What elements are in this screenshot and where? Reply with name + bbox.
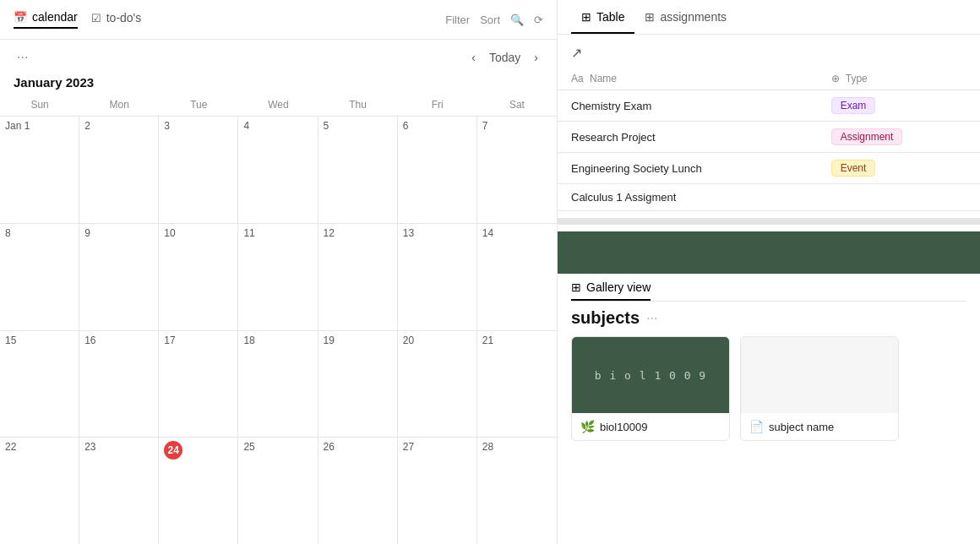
assignments-table: Aa Name ⊕ Type Chemistry Exam Exam Resea…: [558, 68, 980, 211]
gallery-card[interactable]: b i o l 1 0 0 9 🌿 biol10009: [571, 336, 730, 441]
gallery-view-tab[interactable]: ⊞ Gallery view: [571, 274, 651, 301]
cal-weeks: Jan 1 2 3 4 5 6 7 8 9 10 11 12 13 14 15: [0, 117, 557, 544]
tab-assignments-label: assignments: [660, 10, 727, 24]
row-name: Research Project: [558, 122, 818, 153]
calendar-grid: Sun Mon Tue Wed Thu Fri Sat Jan 1 2 3 4 …: [0, 94, 557, 544]
week-4: 22 23 24 25 26 27 28: [0, 438, 557, 544]
cal-day[interactable]: 17: [159, 331, 238, 438]
day-header-mon: Mon: [79, 94, 159, 116]
dots-menu[interactable]: ···: [14, 46, 31, 68]
week-2: 8 9 10 11 12 13 14: [0, 224, 557, 331]
subjects-title: subjects: [571, 308, 640, 328]
calendar-header: ··· ‹ Today ›: [0, 40, 557, 75]
tab-table[interactable]: ⊞ Table: [571, 0, 634, 34]
cal-day[interactable]: 23: [79, 438, 159, 544]
col-type-header[interactable]: ⊕ Type: [818, 68, 980, 90]
month-year-text: January 2023: [14, 75, 94, 90]
col-type-label: Type: [846, 73, 868, 84]
today-button[interactable]: Today: [484, 47, 525, 68]
cal-day[interactable]: 10: [159, 224, 238, 330]
cal-day[interactable]: 2: [79, 117, 159, 223]
card-image: b i o l 1 0 0 9: [572, 337, 729, 413]
tab-assignments[interactable]: ⊞ assignments: [634, 0, 737, 34]
day-header-sat: Sat: [477, 94, 557, 116]
cal-day[interactable]: 21: [477, 331, 557, 438]
cal-day[interactable]: 27: [398, 438, 477, 544]
cal-day[interactable]: 9: [79, 224, 159, 330]
day-headers: Sun Mon Tue Wed Thu Fri Sat: [0, 94, 557, 117]
cal-day[interactable]: 13: [398, 224, 477, 330]
month-year-label: January 2023: [0, 75, 557, 94]
left-panel: 📅 calendar ☑ to-do's Filter Sort 🔍 ⟳ ···…: [0, 0, 558, 544]
cal-day[interactable]: Jan 1: [0, 117, 79, 223]
leaf-icon: 🌿: [580, 420, 595, 433]
gallery-card[interactable]: 📄 subject name: [740, 336, 899, 441]
calendar-tab[interactable]: 📅 calendar: [14, 10, 78, 29]
assignments-grid-icon: ⊞: [645, 10, 655, 24]
cal-day[interactable]: 6: [398, 117, 477, 223]
table-row[interactable]: Engineering Society Lunch Event: [558, 153, 980, 184]
right-panel: ⊞ Table ⊞ assignments ↗ Aa Name ⊕ Type: [558, 0, 980, 544]
row-type: Exam: [818, 90, 980, 122]
todo-tab[interactable]: ☑ to-do's: [91, 11, 142, 28]
table-row[interactable]: Calculus 1 Assigment: [558, 184, 980, 211]
green-banner: [558, 231, 980, 274]
cal-day[interactable]: 11: [238, 224, 318, 330]
row-type: [818, 184, 980, 211]
filter-button[interactable]: Filter: [445, 14, 470, 26]
cal-day[interactable]: 7: [477, 117, 557, 223]
day-header-wed: Wed: [238, 94, 318, 116]
more-icon[interactable]: ⟳: [534, 14, 543, 26]
subjects-header: subjects ···: [571, 308, 966, 328]
name-col-icon: Aa: [571, 73, 584, 84]
gallery-icon: ⊞: [571, 280, 581, 294]
expand-icon[interactable]: ↗: [571, 46, 582, 60]
calendar-icon: 📅: [14, 11, 27, 24]
cal-day[interactable]: 3: [159, 117, 238, 223]
type-col-icon: ⊕: [831, 73, 840, 84]
table-row[interactable]: Research Project Assignment: [558, 122, 980, 153]
sort-button[interactable]: Sort: [480, 14, 500, 26]
type-badge: Event: [831, 160, 876, 177]
cal-day[interactable]: 8: [0, 224, 79, 330]
card-label: subject name: [769, 421, 834, 433]
row-name: Engineering Society Lunch: [558, 153, 818, 184]
col-name-header[interactable]: Aa Name: [558, 68, 818, 90]
cal-day[interactable]: 14: [477, 224, 557, 330]
cal-day[interactable]: 5: [318, 117, 398, 223]
gallery-section: ⊞ Gallery view subjects ··· b i o l 1 0 …: [558, 274, 980, 441]
cal-day[interactable]: 18: [238, 331, 318, 438]
card-footer: 🌿 biol10009: [572, 413, 729, 440]
cal-day[interactable]: 26: [318, 438, 398, 544]
table-section: ↗ Aa Name ⊕ Type Chemistry Exam: [558, 35, 980, 211]
row-name: Calculus 1 Assigment: [558, 184, 818, 211]
cal-day[interactable]: 28: [477, 438, 557, 544]
row-name: Chemistry Exam: [558, 90, 818, 122]
cal-day[interactable]: 12: [318, 224, 398, 330]
cal-day[interactable]: 19: [318, 331, 398, 438]
separator-bar: [558, 218, 980, 225]
cal-day[interactable]: 4: [238, 117, 318, 223]
table-row[interactable]: Chemistry Exam Exam: [558, 90, 980, 122]
table-toolbar: ↗: [558, 41, 980, 68]
cal-day[interactable]: 24: [159, 438, 238, 544]
cal-day[interactable]: 16: [79, 331, 159, 438]
next-month-button[interactable]: ›: [529, 47, 543, 68]
calendar-tab-label: calendar: [32, 10, 78, 24]
right-tabs: ⊞ Table ⊞ assignments: [558, 0, 980, 35]
cal-day[interactable]: 15: [0, 331, 79, 438]
table-grid-icon: ⊞: [581, 10, 591, 24]
card-label: biol10009: [600, 421, 647, 433]
subjects-more-button[interactable]: ···: [646, 311, 657, 326]
day-header-sun: Sun: [0, 94, 79, 116]
search-icon[interactable]: 🔍: [510, 14, 524, 26]
cal-day[interactable]: 25: [238, 438, 318, 544]
prev-month-button[interactable]: ‹: [466, 47, 481, 68]
cal-day[interactable]: 20: [398, 331, 477, 438]
tab-table-label: Table: [596, 10, 624, 24]
cal-day[interactable]: 22: [0, 438, 79, 544]
week-1: Jan 1 2 3 4 5 6 7: [0, 117, 557, 224]
calendar-nav: ‹ Today ›: [466, 47, 543, 68]
doc-icon: 📄: [749, 420, 764, 433]
row-type: Assignment: [818, 122, 980, 153]
